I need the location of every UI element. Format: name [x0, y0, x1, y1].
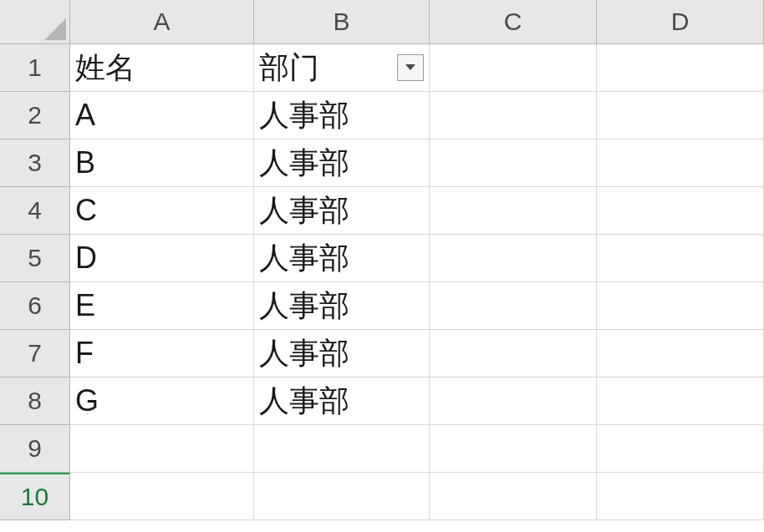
- row-header-label: 5: [28, 244, 42, 272]
- cell-D8[interactable]: [597, 377, 764, 425]
- cell-value: G: [75, 383, 99, 418]
- col-header-label: B: [333, 8, 349, 36]
- row-header-7[interactable]: 7: [0, 330, 70, 377]
- row-header-label: 4: [28, 196, 42, 225]
- cell-value: 人事部: [259, 95, 349, 136]
- cell-B10[interactable]: [254, 473, 430, 520]
- row-header-5[interactable]: 5: [0, 235, 70, 282]
- row-header-label: 8: [28, 387, 42, 415]
- cell-D5[interactable]: [597, 235, 764, 282]
- select-all-icon: [44, 18, 66, 40]
- cell-C1[interactable]: [430, 44, 597, 92]
- row-header-label: 9: [28, 434, 42, 463]
- chevron-down-icon: [405, 63, 416, 72]
- cell-value: E: [75, 288, 95, 323]
- cell-A8[interactable]: G: [70, 377, 254, 425]
- cell-value: C: [75, 193, 97, 228]
- row-header-1[interactable]: 1: [0, 44, 70, 92]
- cell-value: 人事部: [259, 238, 349, 279]
- cell-A6[interactable]: E: [70, 282, 254, 330]
- cell-C3[interactable]: [430, 139, 597, 187]
- cell-value: 人事部: [259, 333, 349, 374]
- row-header-3[interactable]: 3: [0, 139, 70, 187]
- col-header-label: C: [504, 8, 522, 36]
- row-header-4[interactable]: 4: [0, 187, 70, 235]
- col-header-label: A: [153, 8, 170, 36]
- cell-value: A: [75, 98, 95, 133]
- row-header-9[interactable]: 9: [0, 425, 70, 473]
- row-header-10[interactable]: 10: [0, 473, 70, 520]
- cell-C7[interactable]: [430, 330, 597, 377]
- cell-value: F: [75, 336, 94, 371]
- row-header-label: 6: [28, 291, 42, 320]
- row-header-6[interactable]: 6: [0, 282, 70, 330]
- row-header-label: 7: [28, 339, 42, 367]
- cell-A9[interactable]: [70, 425, 254, 473]
- cell-A5[interactable]: D: [70, 235, 254, 282]
- cell-D10[interactable]: [597, 473, 764, 520]
- cell-B5[interactable]: 人事部: [254, 235, 430, 282]
- cell-B6[interactable]: 人事部: [254, 282, 430, 330]
- cell-C10[interactable]: [430, 473, 597, 520]
- cell-C6[interactable]: [430, 282, 597, 330]
- cell-B7[interactable]: 人事部: [254, 330, 430, 377]
- col-header-B[interactable]: B: [254, 0, 430, 44]
- cell-value: 姓名: [75, 48, 135, 89]
- row-header-label: 3: [28, 149, 42, 177]
- cell-value: D: [75, 241, 97, 276]
- filter-dropdown-button[interactable]: [397, 54, 424, 81]
- cell-A1[interactable]: 姓名: [70, 44, 254, 92]
- row-header-8[interactable]: 8: [0, 377, 70, 425]
- row-header-label: 1: [28, 53, 42, 82]
- cell-C5[interactable]: [430, 235, 597, 282]
- cell-B1[interactable]: 部门: [254, 44, 430, 92]
- cell-D1[interactable]: [597, 44, 764, 92]
- cell-value: 人事部: [259, 143, 349, 184]
- cell-D7[interactable]: [597, 330, 764, 377]
- cell-value: 人事部: [259, 381, 349, 422]
- cell-value: B: [75, 145, 95, 180]
- cell-D2[interactable]: [597, 92, 764, 139]
- col-header-D[interactable]: D: [597, 0, 764, 44]
- cell-value: 人事部: [259, 286, 349, 327]
- cell-value: 部门: [259, 48, 319, 89]
- cell-A4[interactable]: C: [70, 187, 254, 235]
- cell-D9[interactable]: [597, 425, 764, 473]
- cell-D6[interactable]: [597, 282, 764, 330]
- cell-C2[interactable]: [430, 92, 597, 139]
- row-header-2[interactable]: 2: [0, 92, 70, 139]
- cell-A2[interactable]: A: [70, 92, 254, 139]
- select-all-corner[interactable]: [0, 0, 70, 44]
- col-header-label: D: [671, 8, 690, 36]
- cell-B8[interactable]: 人事部: [254, 377, 430, 425]
- col-header-C[interactable]: C: [430, 0, 597, 44]
- row-header-label: 10: [21, 483, 48, 511]
- cell-B9[interactable]: [254, 425, 430, 473]
- cell-B3[interactable]: 人事部: [254, 139, 430, 187]
- cell-C4[interactable]: [430, 187, 597, 235]
- cell-B4[interactable]: 人事部: [254, 187, 430, 235]
- cell-C8[interactable]: [430, 377, 597, 425]
- cell-C9[interactable]: [430, 425, 597, 473]
- row-header-label: 2: [28, 101, 42, 129]
- cell-D3[interactable]: [597, 139, 764, 187]
- cell-D4[interactable]: [597, 187, 764, 235]
- spreadsheet-grid: A B C D 1 姓名 部门 2 A 人事部 3 B 人事部 4 C 人事部 …: [0, 0, 764, 520]
- col-header-A[interactable]: A: [70, 0, 254, 44]
- cell-A3[interactable]: B: [70, 139, 254, 187]
- cell-A10[interactable]: [70, 473, 254, 520]
- cell-value: 人事部: [259, 190, 349, 231]
- cell-A7[interactable]: F: [70, 330, 254, 377]
- cell-B2[interactable]: 人事部: [254, 92, 430, 139]
